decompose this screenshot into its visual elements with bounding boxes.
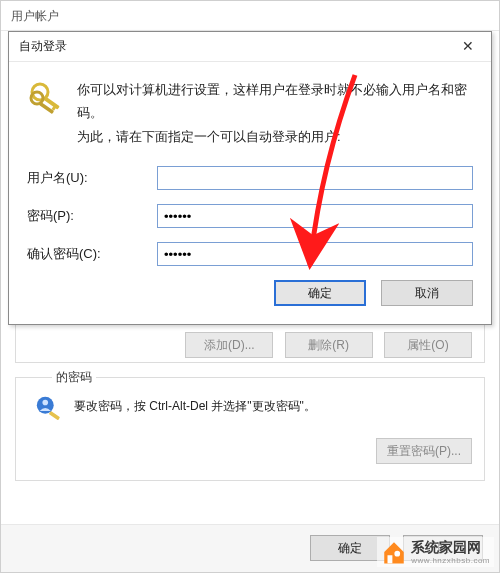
reset-password-button: 重置密码(P)...: [376, 438, 472, 464]
svg-rect-2: [49, 411, 60, 421]
watermark: 系统家园网 www.hnzxhbsb.com: [377, 537, 494, 567]
confirm-label: 确认密码(C):: [27, 245, 157, 263]
parent-titlebar[interactable]: 用户帐户: [1, 1, 499, 31]
password-section: 的密码 要改密码，按 Ctrl-Alt-Del 并选择"更改密码"。 重置密码(…: [15, 377, 485, 481]
modal-body: 你可以对计算机进行设置，这样用户在登录时就不必输入用户名和密码。 为此，请在下面…: [9, 62, 491, 324]
password-legend: 的密码: [52, 369, 96, 386]
svg-rect-8: [388, 555, 393, 563]
modal-info-line1: 你可以对计算机进行设置，这样用户在登录时就不必输入用户名和密码。: [77, 82, 467, 120]
remove-button: 删除(R): [285, 332, 373, 358]
properties-button: 属性(O): [384, 332, 472, 358]
user-buttons-row: 添加(D)... 删除(R) 属性(O): [28, 332, 472, 358]
modal-info-line2: 为此，请在下面指定一个可以自动登录的用户:: [77, 129, 341, 144]
password-input[interactable]: [157, 204, 473, 228]
key-user-icon: [34, 394, 64, 424]
modal-title: 自动登录: [19, 38, 67, 55]
password-instruction: 要改密码，按 Ctrl-Alt-Del 并选择"更改密码"。: [74, 388, 472, 415]
keys-icon: [27, 78, 67, 118]
username-label: 用户名(U):: [27, 169, 157, 187]
parent-title: 用户帐户: [11, 9, 59, 23]
modal-ok-button[interactable]: 确定: [274, 280, 366, 306]
svg-point-1: [42, 400, 48, 406]
username-input[interactable]: [157, 166, 473, 190]
modal-info-text: 你可以对计算机进行设置，这样用户在登录时就不必输入用户名和密码。 为此，请在下面…: [77, 78, 473, 148]
modal-titlebar[interactable]: 自动登录 ✕: [9, 32, 491, 62]
svg-point-9: [395, 551, 401, 557]
watermark-url: www.hnzxhbsb.com: [411, 557, 490, 565]
modal-button-row: 确定 取消: [27, 280, 473, 306]
auto-login-form: 用户名(U): 密码(P): 确认密码(C):: [27, 166, 473, 266]
auto-login-dialog: 自动登录 ✕ 你可以对计算机进行设置，这样用户在登录时就不必输入用户名和密码。 …: [8, 31, 492, 325]
house-icon: [381, 539, 407, 565]
modal-cancel-button[interactable]: 取消: [381, 280, 473, 306]
password-label: 密码(P):: [27, 207, 157, 225]
watermark-brand: 系统家园网: [411, 539, 481, 555]
add-button[interactable]: 添加(D)...: [185, 332, 273, 358]
close-icon[interactable]: ✕: [451, 36, 485, 58]
confirm-input[interactable]: [157, 242, 473, 266]
